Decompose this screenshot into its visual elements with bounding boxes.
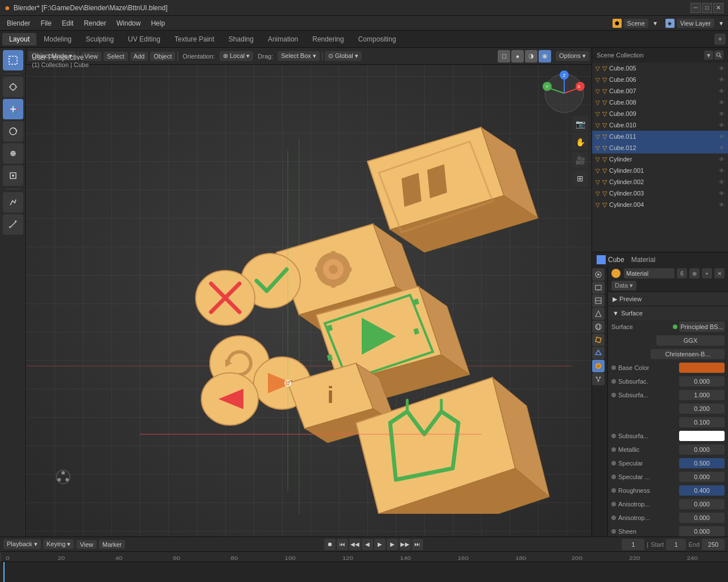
tab-uv-editing[interactable]: UV Editing [121, 33, 167, 45]
material-delete-btn[interactable]: ✕ [714, 268, 725, 278]
menu-window[interactable]: Window [112, 18, 146, 28]
menu-blender[interactable]: Blender [2, 18, 35, 28]
tool-annotate[interactable] [3, 192, 23, 213]
outliner-search-btn[interactable] [714, 51, 723, 60]
rendered-shading[interactable]: ◉ [539, 50, 551, 63]
scene-selector-chevron[interactable]: ▾ [651, 19, 660, 28]
anisotropy-value[interactable]: 0.000 [679, 499, 725, 509]
close-button[interactable]: ✕ [713, 3, 723, 13]
outliner-filter-btn[interactable]: ▼ [704, 51, 713, 60]
outliner-item-cylinder004[interactable]: ▽ ▽ Cylinder.004 👁 [592, 199, 728, 210]
outliner-item-cube010[interactable]: ▽ ▽ Cube.010 👁 [592, 119, 728, 131]
vp-select-menu[interactable]: Select [104, 52, 128, 61]
subsurface-dot[interactable] [611, 379, 616, 384]
surface-type-selector[interactable]: Principled BS... [679, 322, 725, 332]
prop-tab-view-layer[interactable] [592, 294, 605, 307]
cylinder004-visibility[interactable]: 👁 [719, 202, 725, 208]
tool-move[interactable] [3, 99, 23, 119]
cube005-visibility[interactable]: 👁 [719, 65, 725, 72]
prop-tab-object[interactable] [592, 334, 605, 346]
cube008-visibility[interactable]: 👁 [719, 99, 725, 106]
cylinder003-visibility[interactable]: 👁 [719, 190, 725, 197]
outliner-item-cube008[interactable]: ▽ ▽ Cube.008 👁 [592, 97, 728, 108]
outliner-item-cube011[interactable]: ▽ ▽ Cube.011 👁 [592, 131, 728, 142]
specular-tint-dot[interactable] [611, 475, 616, 479]
cube009-visibility[interactable]: 👁 [719, 111, 725, 117]
view-layer-chevron[interactable]: ▾ [717, 19, 726, 28]
view-layer-selector[interactable]: View Layer [677, 19, 714, 28]
tab-rendering[interactable]: Rendering [305, 33, 350, 45]
outliner-item-cylinder002[interactable]: ▽ ▽ Cylinder.002 👁 [592, 176, 728, 188]
minimize-button[interactable]: ─ [690, 3, 701, 13]
menu-edit[interactable]: Edit [57, 18, 78, 28]
subsurface-radius-value[interactable]: 1.000 [679, 390, 725, 400]
anisotropy-dot[interactable] [611, 502, 616, 506]
material-browse-btn[interactable]: 6 [677, 268, 687, 278]
subsurface-radius-dot[interactable] [611, 393, 616, 397]
tab-modeling[interactable]: Modeling [37, 33, 78, 45]
tool-transform[interactable] [3, 165, 23, 186]
menu-help[interactable]: Help [146, 18, 169, 28]
christensen-selector[interactable]: Christensen-B... [651, 349, 725, 359]
wireframe-shading[interactable]: ◻ [498, 50, 510, 63]
bt-playback[interactable]: Playback ▾ [3, 539, 41, 549]
cube011-visibility[interactable]: 👁 [719, 134, 725, 140]
drag-selector[interactable]: Select Box ▾ [278, 51, 320, 61]
subsurface-value[interactable]: 0.000 [679, 376, 725, 386]
base-color-dot[interactable] [611, 365, 616, 370]
preview-header[interactable]: ▶ Preview [608, 292, 728, 306]
prop-tab-world[interactable] [592, 321, 605, 333]
bt-keying[interactable]: Keying ▾ [43, 539, 75, 549]
jump-start-btn[interactable]: ⏮ [337, 539, 348, 550]
outliner-item-cube012[interactable]: ▽ ▽ Cube.012 👁 [592, 142, 728, 153]
metallic-dot[interactable] [611, 447, 616, 452]
timeline-track-area[interactable] [0, 562, 728, 582]
material-name-input[interactable]: Material [624, 268, 675, 278]
specular-tint-value[interactable]: 0.000 [679, 472, 725, 482]
tab-layout[interactable]: Layout [2, 33, 36, 45]
sheen-value[interactable]: 0.000 [679, 526, 725, 537]
jump-end-btn[interactable]: ⏭ [412, 539, 423, 550]
subsurface-radius-value2[interactable]: 0.200 [679, 404, 725, 414]
tab-texture-paint[interactable]: Texture Paint [168, 33, 221, 45]
maximize-button[interactable]: □ [702, 3, 712, 13]
subsurface-color-dot[interactable] [611, 434, 616, 438]
tool-measure[interactable] [3, 214, 23, 235]
outliner-item-cylinder[interactable]: ▽ ▽ Cylinder 👁 [592, 153, 728, 165]
cylinder-visibility[interactable]: 👁 [719, 156, 725, 163]
anisotropy-rot-value[interactable]: 0.000 [679, 513, 725, 523]
timeline[interactable]: 0 20 40 60 80 100 120 140 160 180 200 22… [0, 551, 728, 582]
scene-selector[interactable]: Scene [624, 19, 648, 28]
subsurface-color-picker[interactable] [679, 431, 725, 441]
tool-rotate[interactable] [3, 121, 23, 142]
material-copy-btn[interactable]: ⊕ [689, 268, 700, 278]
bt-marker[interactable]: Marker [99, 540, 125, 549]
base-color-picker[interactable] [679, 363, 725, 373]
tab-animation[interactable]: Animation [261, 33, 305, 45]
vp-add-menu[interactable]: Add [130, 52, 148, 61]
pivot-selector[interactable]: ⊙ Global ▾ [325, 51, 362, 61]
outliner-item-cylinder001[interactable]: ▽ ▽ Cylinder.001 👁 [592, 165, 728, 176]
viewport[interactable]: Object Mode ▾ View Select Add Object Ori… [26, 48, 592, 537]
cylinder002-visibility[interactable]: 👁 [719, 179, 725, 185]
cylinder001-visibility[interactable]: 👁 [719, 168, 725, 174]
prev-frame-btn[interactable]: ◀◀ [349, 539, 361, 550]
start-frame[interactable]: 1 [666, 539, 686, 550]
prop-tab-scene[interactable] [592, 307, 605, 320]
outliner-item-cube006[interactable]: ▽ ▽ Cube.006 👁 [592, 74, 728, 85]
material-new-btn[interactable]: + [702, 268, 712, 278]
specular-value[interactable]: 0.500 [679, 458, 725, 468]
add-workspace-button[interactable]: + [714, 34, 726, 45]
cube010-visibility[interactable]: 👁 [719, 122, 725, 128]
cube012-visibility[interactable]: 👁 [719, 145, 725, 151]
tab-sculpting[interactable]: Sculpting [79, 33, 121, 45]
material-shading[interactable]: ◑ [525, 50, 537, 63]
cube007-visibility[interactable]: 👁 [719, 88, 725, 94]
outliner-item-cube007[interactable]: ▽ ▽ Cube.007 👁 [592, 85, 728, 97]
ggx-selector[interactable]: GGX [656, 335, 725, 346]
solid-shading[interactable]: ● [511, 50, 524, 63]
prev-keyframe-btn[interactable]: ◀ [362, 539, 373, 550]
prop-tab-material[interactable] [592, 360, 605, 372]
material-data-btn[interactable]: Data ▾ [611, 281, 636, 290]
current-frame[interactable]: 1 [622, 539, 644, 550]
